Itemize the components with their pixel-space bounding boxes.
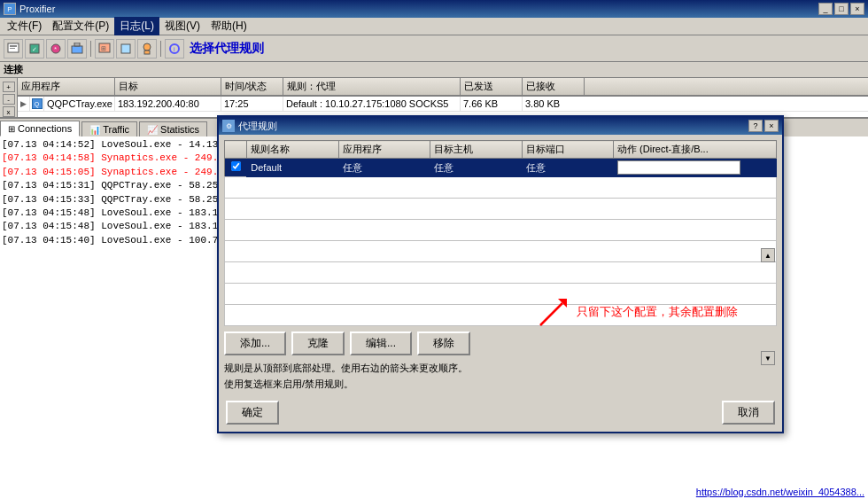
rules-table-row[interactable]: Default 任意 任意 任意 Proxy SOCKS5 10.10.2...… — [225, 159, 777, 177]
empty-row-6 — [225, 284, 777, 305]
col-rule-name: 规则名称 — [247, 141, 338, 159]
clone-rule-button[interactable]: 克隆 — [291, 331, 345, 355]
empty-row-4 — [225, 241, 777, 262]
col-rule-host: 目标主机 — [430, 141, 522, 159]
rule-name: Default — [247, 159, 338, 177]
empty-row-5 — [225, 262, 777, 284]
cancel-button[interactable]: 取消 — [722, 401, 775, 425]
info-line-2: 使用复选框来启用/禁用规则。 — [224, 377, 777, 393]
dialog-footer: 确定 取消 — [224, 397, 777, 426]
scroll-down-button[interactable]: ▼ — [761, 351, 775, 365]
edit-rule-button[interactable]: 编辑... — [350, 331, 412, 355]
rule-checkbox[interactable] — [231, 161, 241, 171]
remove-rule-button[interactable]: 移除 — [417, 331, 470, 355]
empty-row-3 — [225, 220, 777, 241]
dialog-info: 规则是从顶部到底部处理。使用右边的箭头来更改顺序。 使用复选框来启用/禁用规则。 — [224, 361, 777, 392]
dialog-scroll-area: ▲ ▼ — [761, 248, 775, 365]
dialog-action-buttons: 添加... 克隆 编辑... 移除 — [224, 331, 777, 355]
rule-checkbox-cell — [225, 159, 246, 174]
dropdown-arrow-icon: ▼ — [731, 164, 738, 172]
col-checkbox — [225, 141, 247, 159]
rule-action: Proxy SOCKS5 10.10.2... ▼ — [614, 159, 777, 177]
rule-port: 任意 — [522, 159, 613, 177]
info-line-1: 规则是从顶部到底部处理。使用右边的箭头来更改顺序。 — [224, 361, 777, 377]
scroll-up-button[interactable]: ▲ — [761, 248, 775, 262]
dialog-content: 规则名称 应用程序 目标主机 目标端口 动作 (Direct-直接/B... D… — [219, 135, 782, 432]
dialog-help-button[interactable]: ? — [748, 120, 763, 132]
rules-table: 规则名称 应用程序 目标主机 目标端口 动作 (Direct-直接/B... D… — [224, 140, 777, 326]
ok-button[interactable]: 确定 — [226, 401, 279, 425]
dialog-title-buttons: ? × — [748, 120, 779, 132]
rule-app: 任意 — [338, 159, 430, 177]
col-rule-action: 动作 (Direct-直接/B... — [614, 141, 777, 159]
rule-host: 任意 — [430, 159, 522, 177]
proxy-dropdown[interactable]: Proxy SOCKS5 10.10.2... ▼ — [617, 160, 740, 175]
dialog-overlay: ⚙ 代理规则 ? × 规则名称 应用程序 目标主机 目标端口 动作 (Direc… — [0, 0, 868, 499]
col-rule-app: 应用程序 — [338, 141, 430, 159]
dialog-icon: ⚙ — [222, 120, 235, 132]
dialog-title: 代理规则 — [238, 120, 748, 133]
empty-row-7 — [225, 305, 777, 326]
empty-row-1 — [225, 177, 777, 199]
dialog-close-button[interactable]: × — [764, 120, 779, 132]
empty-row-2 — [225, 199, 777, 220]
proxy-rules-dialog: ⚙ 代理规则 ? × 规则名称 应用程序 目标主机 目标端口 动作 (Direc… — [217, 115, 784, 433]
add-rule-button[interactable]: 添加... — [224, 331, 286, 355]
col-rule-port: 目标端口 — [522, 141, 613, 159]
dialog-title-bar: ⚙ 代理规则 ? × — [219, 117, 782, 135]
